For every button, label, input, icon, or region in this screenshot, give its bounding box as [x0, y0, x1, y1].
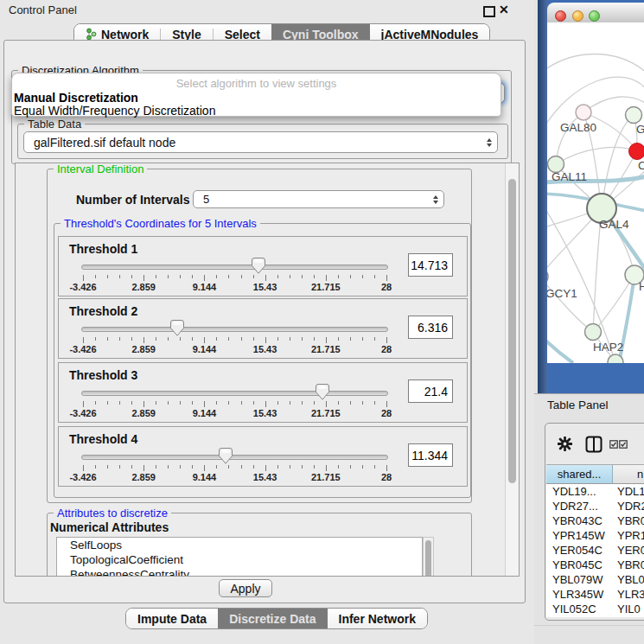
- tick-mark: [326, 275, 327, 281]
- tick-label: 9.144: [193, 408, 217, 418]
- network-nodes: [547, 105, 644, 363]
- threshold-value-field[interactable]: [408, 379, 453, 403]
- tick-mark: [241, 401, 242, 405]
- tick-label: 2.859: [131, 282, 156, 292]
- network-canvas[interactable]: GAL80GACGAL11GAL4GCY1HHAP2: [547, 22, 644, 363]
- tick-label: 2.859: [131, 408, 156, 418]
- table-row[interactable]: YDL19...YDL1: [546, 484, 644, 499]
- right-section: GAL80GACGAL11GAL4GCY1HHAP2 Table Panel: [534, 0, 644, 644]
- tick-mark: [265, 337, 266, 343]
- slider-tick-labels: -3.4262.8599.14415.4321.71528: [83, 408, 386, 418]
- table-row[interactable]: YBR045CYBR0: [546, 558, 644, 572]
- tick-mark: [277, 465, 278, 469]
- network-node[interactable]: [626, 107, 642, 124]
- tick-mark: [156, 465, 156, 469]
- table-cell: YDR2: [613, 499, 644, 513]
- tick-mark: [192, 275, 193, 278]
- table-cell: YLR345W: [546, 587, 613, 602]
- tick-label: 21.715: [311, 408, 341, 418]
- tick-mark: [350, 465, 351, 469]
- tick-label: 15.43: [253, 282, 277, 292]
- table-cell: YER0: [613, 543, 644, 558]
- attribute-list-item[interactable]: SelfLoops: [57, 538, 422, 552]
- table-row[interactable]: YIL052CYIL0: [546, 602, 644, 616]
- tick-mark: [338, 337, 339, 341]
- network-node[interactable]: [576, 105, 591, 120]
- minimize-button[interactable]: [572, 10, 583, 22]
- threshold-value-field[interactable]: [408, 253, 453, 277]
- tick-mark: [228, 337, 229, 341]
- slider-ticks: [83, 337, 386, 344]
- slider-thumb[interactable]: [316, 384, 329, 400]
- attribute-list-item[interactable]: BetweennessCentrality: [57, 567, 422, 577]
- network-node[interactable]: [585, 324, 602, 341]
- tick-mark: [192, 337, 193, 341]
- node-table: shared...n YDL19...YDL1YDR27...YDR2YBR04…: [546, 464, 644, 617]
- close-icon[interactable]: ✕: [499, 3, 509, 16]
- threshold-value-field[interactable]: [408, 316, 453, 339]
- checkbox-icon[interactable]: [619, 440, 628, 449]
- table-data-combobox[interactable]: galFiltered.sif default node: [23, 131, 498, 153]
- tab-infer-network[interactable]: Infer Network: [328, 609, 427, 628]
- control-panel-window: Control Panel ✕ NetworkStyleSelectCyni T…: [0, 0, 534, 644]
- tab-label: Impute Data: [137, 612, 207, 626]
- tick-mark: [338, 465, 339, 469]
- table-cell: YBR0: [613, 558, 644, 572]
- screen: Control Panel ✕ NetworkStyleSelectCyni T…: [0, 0, 644, 644]
- table-row[interactable]: YDR27...YDR2: [546, 499, 644, 513]
- tick-mark: [290, 275, 290, 278]
- tick-mark: [253, 275, 254, 278]
- network-node[interactable]: [547, 268, 548, 285]
- slider-track[interactable]: [81, 265, 388, 270]
- slider-track[interactable]: [81, 455, 388, 460]
- network-node[interactable]: [629, 143, 644, 160]
- tab-impute-data[interactable]: Impute Data: [126, 609, 218, 628]
- close-button[interactable]: [555, 10, 566, 22]
- table-row[interactable]: YLR345WYLR3: [546, 587, 644, 602]
- tick-mark: [314, 275, 315, 278]
- table-row[interactable]: YBL079WYBL0: [546, 572, 644, 587]
- gear-icon[interactable]: [558, 437, 572, 451]
- checkbox-icon[interactable]: [609, 440, 618, 449]
- table-cell: YBL0: [613, 572, 644, 587]
- float-icon[interactable]: [483, 6, 495, 17]
- attribute-list-item[interactable]: TopologicalCoefficient: [57, 552, 422, 567]
- tick-mark: [362, 275, 363, 278]
- number-of-intervals-combobox[interactable]: 5: [193, 190, 444, 208]
- window-title: Control Panel: [9, 3, 77, 16]
- tab-discretize-data[interactable]: Discretize Data: [218, 609, 327, 628]
- attributes-list-scrollbar[interactable]: [423, 537, 434, 577]
- table-row[interactable]: YBR043CYBR0: [546, 513, 644, 528]
- slider-track[interactable]: [81, 391, 388, 396]
- numerical-attributes-list[interactable]: SelfLoopsTopologicalCoefficientBetweenne…: [56, 537, 423, 577]
- tick-mark: [253, 465, 254, 469]
- columns-icon[interactable]: [585, 436, 603, 453]
- tick-mark: [131, 337, 132, 341]
- tick-mark: [290, 401, 290, 405]
- node-label: GAL80: [560, 121, 596, 134]
- table-cell: YIL0: [613, 602, 641, 616]
- slider-track[interactable]: [81, 327, 388, 332]
- threshold-value-field[interactable]: [408, 443, 453, 467]
- tick-mark: [265, 465, 266, 471]
- table-row[interactable]: YER054CYER0: [546, 543, 644, 558]
- tick-mark: [180, 401, 181, 405]
- table-row[interactable]: YPR145WYPR1: [546, 528, 644, 543]
- attributes-legend: Attributes to discretize: [54, 507, 171, 520]
- table-cell: YER054C: [546, 543, 613, 558]
- scrollbar-thumb[interactable]: [508, 179, 516, 483]
- table-header-cell[interactable]: n: [613, 465, 644, 483]
- threshold-panel: Threshold 1 -3.4262.8599.14415.4321.7152…: [58, 236, 468, 296]
- apply-button[interactable]: Apply: [219, 579, 272, 597]
- slider-thumb[interactable]: [252, 258, 265, 274]
- tick-mark: [302, 465, 303, 469]
- tick-mark: [302, 337, 303, 341]
- scrollbar-thumb[interactable]: [425, 540, 431, 577]
- panel-vertical-scrollbar[interactable]: [505, 163, 519, 576]
- table-header-cell[interactable]: shared...: [546, 465, 613, 483]
- dropdown-item[interactable]: Manual Discretization: [14, 91, 138, 105]
- slider-thumb[interactable]: [219, 448, 233, 464]
- slider-thumb[interactable]: [170, 320, 184, 336]
- zoom-button[interactable]: [589, 10, 600, 22]
- dropdown-item[interactable]: Equal Width/Frequency Discretization: [14, 104, 215, 118]
